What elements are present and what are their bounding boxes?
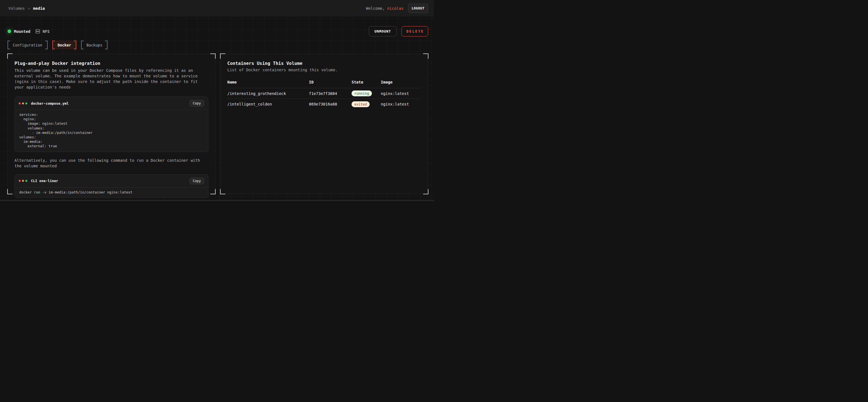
containers-panel: Containers Using This Volume List of Doc…	[220, 54, 428, 194]
mounted-status: Mounted	[7, 29, 30, 34]
cli-copy-button[interactable]: Copy	[189, 178, 204, 184]
container-id: 069e73016a88	[309, 102, 351, 106]
traffic-light-green-icon	[25, 180, 27, 182]
breadcrumb-volumes-link[interactable]: Volumes	[8, 6, 25, 10]
mounted-status-label: Mounted	[14, 29, 30, 34]
container-image: nginx:latest	[381, 102, 421, 106]
status-badge-running: running	[351, 91, 372, 96]
compose-code-text: services: nginx: image: nginx:latest vol…	[19, 112, 204, 149]
table-row: /intelligent_colden 069e73016a88 exited …	[227, 99, 421, 109]
tab-docker[interactable]: Docker	[52, 41, 76, 49]
traffic-light-green-icon	[25, 102, 27, 104]
cli-code-body: docker run -v im-media:/path/in/containe…	[15, 188, 208, 198]
column-header-name: Name	[227, 80, 309, 85]
status-badge-exited: exited	[351, 101, 370, 107]
panel-title: Containers Using This Volume	[227, 61, 421, 66]
panel-corner-bracket	[7, 189, 12, 194]
welcome-prefix: Welcome,	[366, 6, 387, 10]
table-header-row: Name ID State Image	[227, 80, 421, 88]
containers-table: Name ID State Image /interesting_grothen…	[227, 80, 421, 109]
traffic-light-yellow-icon	[22, 102, 24, 104]
cli-block-title: CLI one-liner	[31, 179, 58, 183]
cli-code-block: CLI one-liner Copy docker run -v im-medi…	[14, 174, 208, 198]
volume-status: Mounted NFS	[7, 29, 50, 34]
cli-intro-text: Alternatively, you can use the following…	[14, 158, 208, 169]
panel-corner-bracket	[210, 54, 216, 59]
tab-backups[interactable]: Backups	[81, 41, 107, 49]
server-icon	[35, 29, 40, 34]
column-header-state: State	[351, 80, 381, 85]
traffic-light-red-icon	[19, 180, 21, 182]
container-name: /intelligent_colden	[227, 102, 309, 106]
mounted-status-dot	[7, 30, 11, 33]
panel-description: This volume can be used in your Docker C…	[14, 68, 208, 90]
panel-corner-bracket	[210, 189, 216, 194]
panel-corner-bracket	[423, 54, 428, 59]
container-id: f1e73e7f3884	[309, 91, 351, 96]
tab-bar: Configuration Docker Backups	[7, 41, 428, 49]
compose-code-header: docker-compose.yml Copy	[15, 97, 208, 110]
panel-corner-bracket	[423, 189, 428, 194]
container-name: /interesting_grothendieck	[227, 91, 309, 96]
traffic-light-yellow-icon	[22, 180, 24, 182]
cli-code-text: docker run -v im-media:/path/in/containe…	[19, 190, 204, 195]
container-state: running	[351, 91, 381, 96]
topbar-right: Welcome, nicolas LOGOUT	[366, 4, 428, 13]
column-header-image: Image	[381, 80, 421, 85]
bottom-grid-strip	[0, 200, 434, 201]
traffic-lights	[19, 102, 27, 104]
table-row: /interesting_grothendieck f1e73e7f3884 r…	[227, 88, 421, 99]
compose-code-block: docker-compose.yml Copy services: nginx:…	[14, 97, 208, 152]
welcome-text: Welcome, nicolas	[366, 6, 404, 10]
top-bar: Volumes > media Welcome, nicolas LOGOUT	[0, 0, 434, 17]
tab-docker-label: Docker	[55, 43, 74, 47]
column-header-id: ID	[309, 80, 351, 85]
logout-button[interactable]: LOGOUT	[408, 4, 428, 13]
chevron-right-icon: >	[28, 6, 30, 10]
docker-integration-panel: Plug-and-play Docker integration This vo…	[7, 54, 215, 194]
panel-corner-bracket	[220, 54, 225, 59]
panel-title: Plug-and-play Docker integration	[14, 61, 208, 66]
container-image: nginx:latest	[381, 91, 421, 96]
breadcrumb-current-volume: media	[33, 6, 45, 10]
panel-subtitle: List of Docker containers mounting this …	[227, 68, 421, 72]
unmount-button[interactable]: UNMOUNT	[369, 26, 397, 36]
username: nicolas	[387, 6, 404, 10]
panel-corner-bracket	[220, 189, 225, 194]
panel-corner-bracket	[7, 54, 12, 59]
traffic-lights	[19, 180, 27, 182]
compose-copy-button[interactable]: Copy	[189, 100, 204, 107]
tab-backups-label: Backups	[84, 43, 105, 47]
cli-code-header: CLI one-liner Copy	[15, 174, 208, 188]
tab-configuration-label: Configuration	[10, 43, 45, 47]
container-state: exited	[351, 101, 381, 107]
volume-actions: UNMOUNT DELETE	[369, 26, 428, 36]
traffic-light-red-icon	[19, 102, 21, 104]
fs-type: NFS	[35, 29, 50, 34]
main-content: Mounted NFS UNMOUNT DELETE Configuration…	[0, 17, 434, 201]
tab-configuration[interactable]: Configuration	[7, 41, 48, 49]
breadcrumb: Volumes > media	[8, 6, 45, 10]
compose-filename: docker-compose.yml	[31, 101, 68, 105]
panels-row: Plug-and-play Docker integration This vo…	[7, 54, 428, 194]
fs-type-label: NFS	[42, 29, 50, 34]
status-row: Mounted NFS UNMOUNT DELETE	[7, 17, 428, 36]
compose-code-body: services: nginx: image: nginx:latest vol…	[15, 110, 208, 152]
delete-button[interactable]: DELETE	[401, 26, 428, 36]
